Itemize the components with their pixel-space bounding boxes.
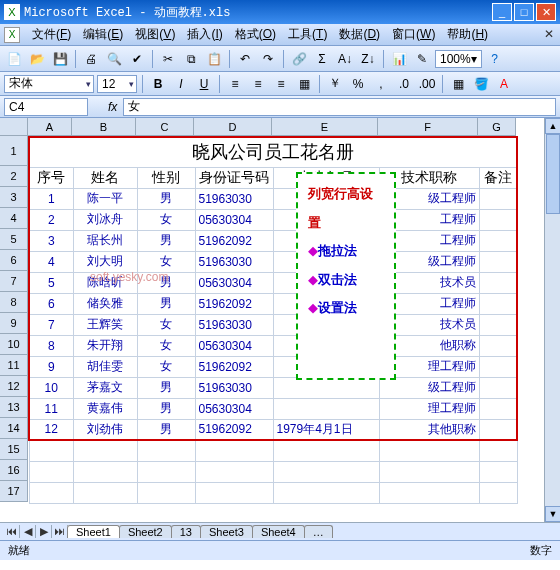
row-header-2[interactable]: 2 [0, 166, 28, 187]
sheet-tab-Sheet1[interactable]: Sheet1 [67, 525, 120, 538]
row-header-4[interactable]: 4 [0, 208, 28, 229]
cell[interactable]: 女 [137, 335, 195, 356]
copy-icon[interactable]: ⧉ [181, 49, 201, 69]
align-left-icon[interactable]: ≡ [225, 74, 245, 94]
cell[interactable]: 女 [137, 314, 195, 335]
cell[interactable] [479, 293, 517, 314]
cell[interactable]: 刘劲伟 [73, 419, 137, 440]
close-button[interactable]: ✕ [536, 3, 556, 21]
cell[interactable]: 男 [137, 230, 195, 251]
formula-input[interactable]: 女 [123, 98, 556, 116]
cell[interactable]: 51963030 [195, 314, 273, 335]
cell[interactable]: 6 [29, 293, 73, 314]
sheet-tab-Sheet3[interactable]: Sheet3 [200, 525, 253, 538]
cell[interactable]: 5 [29, 272, 73, 293]
header-cell[interactable]: 备注 [479, 167, 517, 188]
menu-h[interactable]: 帮助(H) [441, 27, 494, 41]
draw-icon[interactable]: ✎ [412, 49, 432, 69]
cell[interactable]: 05630304 [195, 272, 273, 293]
cell[interactable] [479, 188, 517, 209]
cell[interactable] [273, 482, 379, 503]
cell[interactable]: 陈一平 [73, 188, 137, 209]
sheet-tab-more[interactable]: … [304, 525, 333, 538]
cell[interactable]: 51963030 [195, 251, 273, 272]
bold-icon[interactable]: B [148, 74, 168, 94]
undo-icon[interactable]: ↶ [235, 49, 255, 69]
cell[interactable]: 1979年4月1日 [273, 419, 379, 440]
cell[interactable]: 刘冰舟 [73, 209, 137, 230]
row-header-16[interactable]: 16 [0, 460, 28, 481]
menu-o[interactable]: 格式(O) [229, 27, 282, 41]
row-header-14[interactable]: 14 [0, 418, 28, 439]
cell[interactable]: 理工程师 [379, 398, 479, 419]
tab-nav-first-icon[interactable]: ⏮ [4, 525, 20, 538]
percent-icon[interactable]: % [348, 74, 368, 94]
title-cell[interactable]: 晓风公司员工花名册 [29, 137, 517, 167]
cell[interactable]: 51962092 [195, 293, 273, 314]
scroll-up-icon[interactable]: ▲ [545, 118, 560, 134]
menu-f[interactable]: 文件(F) [26, 27, 77, 41]
cell[interactable]: 4 [29, 251, 73, 272]
scroll-down-icon[interactable]: ▼ [545, 506, 560, 522]
cell[interactable] [379, 440, 479, 461]
cell[interactable]: 女 [137, 209, 195, 230]
cell[interactable] [479, 335, 517, 356]
help-icon[interactable]: ? [485, 49, 505, 69]
cell[interactable] [73, 482, 137, 503]
select-all-corner[interactable] [0, 118, 28, 136]
cell[interactable] [479, 251, 517, 272]
col-header-C[interactable]: C [136, 118, 194, 136]
cell[interactable]: 51962092 [195, 230, 273, 251]
cell[interactable]: 05630304 [195, 335, 273, 356]
cell[interactable] [137, 482, 195, 503]
workbook-icon[interactable]: X [4, 27, 20, 43]
col-header-F[interactable]: F [378, 118, 478, 136]
cell[interactable] [29, 461, 73, 482]
open-icon[interactable]: 📂 [27, 49, 47, 69]
underline-icon[interactable]: U [194, 74, 214, 94]
menu-d[interactable]: 数据(D) [333, 27, 386, 41]
cell[interactable] [195, 440, 273, 461]
row-header-13[interactable]: 13 [0, 397, 28, 418]
menu-t[interactable]: 工具(T) [282, 27, 333, 41]
cell[interactable] [479, 398, 517, 419]
menu-i[interactable]: 插入(I) [181, 27, 228, 41]
cell[interactable]: 陈晗昕 [73, 272, 137, 293]
tab-nav-last-icon[interactable]: ⏭ [52, 525, 68, 538]
fontsize-combo[interactable]: 12 [97, 75, 137, 93]
cell[interactable]: 男 [137, 419, 195, 440]
italic-icon[interactable]: I [171, 74, 191, 94]
vertical-scrollbar[interactable]: ▲ ▼ [544, 118, 560, 522]
cell[interactable]: 男 [137, 188, 195, 209]
cell[interactable] [479, 314, 517, 335]
menu-w[interactable]: 窗口(W) [386, 27, 441, 41]
cell[interactable] [479, 230, 517, 251]
cell[interactable]: 51962092 [195, 356, 273, 377]
cell[interactable] [479, 440, 517, 461]
cell[interactable] [479, 272, 517, 293]
cell[interactable]: 琚长州 [73, 230, 137, 251]
fillcolor-icon[interactable]: 🪣 [471, 74, 491, 94]
menu-e[interactable]: 编辑(E) [77, 27, 129, 41]
fontcolor-icon[interactable]: A [494, 74, 514, 94]
cell[interactable]: 女 [137, 251, 195, 272]
header-cell[interactable]: 姓名 [73, 167, 137, 188]
cell[interactable] [137, 440, 195, 461]
sort-desc-icon[interactable]: Z↓ [358, 49, 378, 69]
cell[interactable]: 1 [29, 188, 73, 209]
header-cell[interactable]: 性别 [137, 167, 195, 188]
cell[interactable] [73, 440, 137, 461]
cell[interactable]: 51962092 [195, 419, 273, 440]
zoom-combo[interactable]: 100% ▾ [435, 50, 482, 68]
cell[interactable]: 9 [29, 356, 73, 377]
cell[interactable] [479, 209, 517, 230]
row-header-3[interactable]: 3 [0, 187, 28, 208]
font-combo[interactable]: 宋体 [4, 75, 94, 93]
comma-icon[interactable]: , [371, 74, 391, 94]
cell[interactable]: 黄嘉伟 [73, 398, 137, 419]
cell[interactable]: 男 [137, 272, 195, 293]
cell[interactable] [479, 482, 517, 503]
cell[interactable]: 男 [137, 398, 195, 419]
maximize-button[interactable]: □ [514, 3, 534, 21]
cell[interactable] [137, 461, 195, 482]
